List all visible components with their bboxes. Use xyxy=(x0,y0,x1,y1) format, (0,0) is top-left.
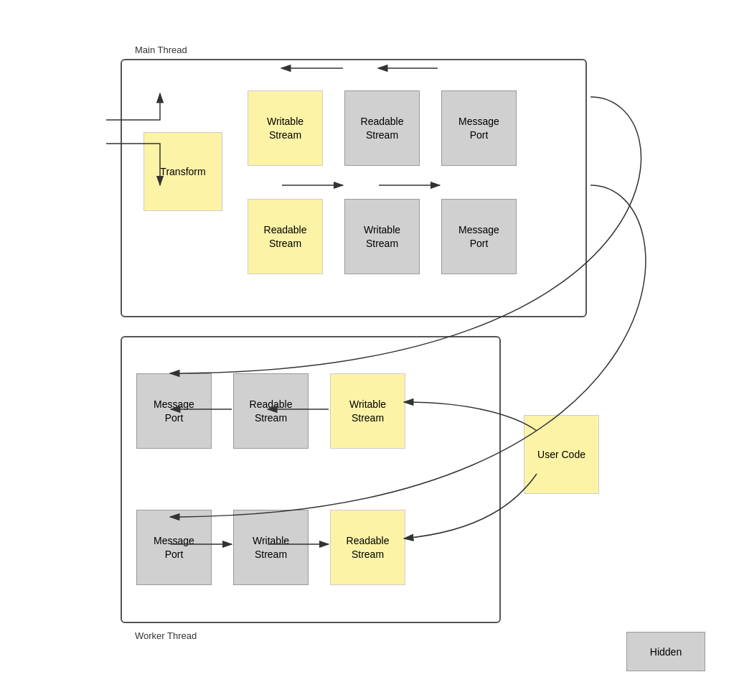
writable-stream-worker-bottom-mid-node: WritableStream xyxy=(233,510,309,585)
message-port-worker-top-left-node: MessagePort xyxy=(136,373,212,449)
writable-stream-top-node: WritableStream xyxy=(248,90,323,166)
readable-stream-top-right-node: ReadableStream xyxy=(344,90,420,166)
worker-thread-box: MessagePort ReadableStream WritableStrea… xyxy=(121,336,501,623)
readable-stream-worker-top-mid-node: ReadableStream xyxy=(233,373,309,449)
worker-thread-label: Worker Thread xyxy=(135,630,197,641)
writable-stream-bottom-mid-node: WritableStream xyxy=(344,199,420,274)
readable-stream-bottom-left-node: ReadableStream xyxy=(248,199,323,274)
message-port-bottom-right-node: MessagePort xyxy=(441,199,517,274)
writable-stream-worker-top-right-node: WritableStream xyxy=(330,373,405,449)
diagram-container: Main Thread Transform WritableStream Rea… xyxy=(0,0,734,700)
message-port-worker-bottom-left-node: MessagePort xyxy=(136,510,212,585)
hidden-box: Hidden xyxy=(626,632,705,671)
user-code-node: User Code xyxy=(524,415,599,494)
main-thread-label: Main Thread xyxy=(135,45,187,55)
transform-node: Transform xyxy=(143,132,222,211)
message-port-top-right-node: MessagePort xyxy=(441,90,517,166)
readable-stream-worker-bottom-right-node: ReadableStream xyxy=(330,510,405,585)
main-thread-box: Transform WritableStream ReadableStream … xyxy=(121,59,587,317)
